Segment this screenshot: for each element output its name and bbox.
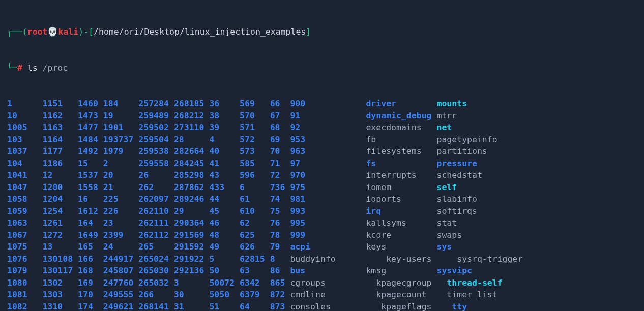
ls-entry: 1254 <box>43 205 78 217</box>
ls-entry: 45 <box>209 205 240 217</box>
ls-entry: 97 <box>290 158 315 170</box>
ls-row: 1037 1177 1492 1979 259538 282664 40 573… <box>7 145 637 158</box>
ls-entry: 29 <box>174 205 210 217</box>
ls-entry: sysrq-trigger <box>457 253 522 265</box>
prompt-prefix: └─ <box>7 62 17 74</box>
ls-entry: 43 <box>209 169 240 181</box>
ls-entry: 289246 <box>174 193 210 205</box>
ls-entry: 1151 <box>43 98 78 110</box>
ls-entry: 1460 <box>78 98 103 110</box>
ls-row: 1076 130108 166 244917 265024 291922 5 6… <box>7 253 637 265</box>
ls-entry: ioports <box>366 193 436 205</box>
ls-entry: 865 <box>270 277 290 289</box>
ls-entry: 62 <box>240 217 270 229</box>
ls-entry <box>336 253 386 265</box>
ls-entry: 1473 <box>78 110 103 122</box>
ls-entry <box>315 265 366 277</box>
ls-entry: 48 <box>209 229 240 241</box>
ls-entry: 282664 <box>174 145 210 158</box>
ls-entry: 285298 <box>174 169 210 181</box>
ls-entry: 1272 <box>43 229 78 241</box>
ls-entry <box>315 158 366 170</box>
ls-entry: 174 <box>78 301 103 312</box>
ls-entry: sysvipc <box>436 265 472 277</box>
ls-entry: 1537 <box>78 169 103 181</box>
ls-row: 104 1186 15 2 259558 284245 41 585 71 97… <box>7 158 637 170</box>
ls-entry: 15 <box>78 158 103 170</box>
ls-entry: 262 <box>138 181 174 194</box>
ls-entry: 67 <box>270 110 290 122</box>
ls-row: 1059 1254 1612 226 262110 29 45 610 75 9… <box>7 205 637 217</box>
ls-entry: kallsyms <box>366 217 436 229</box>
ls-entry: 3 <box>174 277 210 289</box>
ls-entry: 1484 <box>78 134 103 146</box>
ls-entry: 262097 <box>138 193 174 205</box>
ls-entry <box>315 110 366 122</box>
prompt-line-2: └─# ls /proc <box>7 62 637 74</box>
ls-entry: 259558 <box>138 158 174 170</box>
ls-entry: 245807 <box>103 265 139 277</box>
command-text: ls <box>22 62 43 74</box>
ls-entry: 24 <box>103 241 139 253</box>
ls-entry: acpi <box>290 241 315 253</box>
ls-entry: 51 <box>209 301 240 312</box>
ls-entry: 61 <box>240 193 270 205</box>
ls-entry: 1200 <box>43 181 78 194</box>
ls-entry: 259502 <box>138 121 174 134</box>
ls-entry: cgroups <box>290 277 326 289</box>
ls-entry: 91 <box>290 110 315 122</box>
ls-entry: timer_list <box>447 289 497 301</box>
ls-entry: 1037 <box>7 145 43 158</box>
ls-entry: 266 <box>138 289 174 301</box>
ls-entry: 1076 <box>7 253 43 265</box>
ls-entry: 1075 <box>7 241 43 253</box>
ls-entry: 166 <box>78 253 103 265</box>
ls-entry: 1162 <box>43 110 78 122</box>
ls-entry: 1005 <box>7 121 43 134</box>
ls-entry <box>326 277 376 289</box>
ls-entry: 1082 <box>7 301 43 312</box>
ls-entry: 1558 <box>78 181 103 194</box>
ls-entry: 1059 <box>7 205 43 217</box>
ls-entry: 62815 <box>240 253 270 265</box>
ls-entry: 39 <box>209 121 240 134</box>
ls-entry: 244917 <box>103 253 139 265</box>
ls-entry: thread-self <box>447 277 502 289</box>
ls-entry: tty <box>452 301 467 312</box>
ls-entry: pressure <box>436 158 477 170</box>
ls-row: 103 1164 1484 193737 259504 28 4 572 69 … <box>7 134 637 146</box>
ls-entry: 1649 <box>78 229 103 241</box>
ls-entry: 573 <box>240 145 270 158</box>
ls-entry: 999 <box>290 229 315 241</box>
ls-entry: 1204 <box>43 193 78 205</box>
ls-entry: 262111 <box>138 217 174 229</box>
ls-entry: 1 <box>7 98 43 110</box>
ls-entry: 1047 <box>7 181 43 194</box>
ls-entry: 572 <box>240 134 270 146</box>
ls-entry: kpagecount <box>376 289 447 301</box>
ls-entry: 225 <box>103 193 139 205</box>
ls-entry: 41 <box>209 158 240 170</box>
ls-entry: 74 <box>270 193 290 205</box>
ls-entry: consoles <box>290 301 330 312</box>
ls-entry: buddyinfo <box>290 253 335 265</box>
ls-entry: 1477 <box>78 121 103 134</box>
ls-entry: 963 <box>290 145 315 158</box>
ls-entry: 36 <box>209 98 240 110</box>
ls-entry <box>315 217 366 229</box>
ls-entry: 247760 <box>103 277 139 289</box>
ls-row: 1058 1204 16 225 262097 289246 44 61 74 … <box>7 193 637 205</box>
ls-entry: 975 <box>290 181 315 194</box>
prompt-line-1: ┌──(root💀kali)-[/home/ori/Desktop/linux_… <box>7 26 637 38</box>
ls-entry: 71 <box>270 158 290 170</box>
ls-entry: 130117 <box>43 265 78 277</box>
ls-entry: fs <box>366 158 436 170</box>
ls-entry: 1186 <box>43 158 78 170</box>
ls-entry: 953 <box>290 134 315 146</box>
terminal[interactable]: ┌──(root💀kali)-[/home/ori/Desktop/linux_… <box>0 0 644 311</box>
ls-entry: 1080 <box>7 277 43 289</box>
ls-entry <box>315 145 366 158</box>
ls-entry: 226 <box>103 205 139 217</box>
ls-entry: 40 <box>209 145 240 158</box>
ls-entry: 257284 <box>138 98 174 110</box>
